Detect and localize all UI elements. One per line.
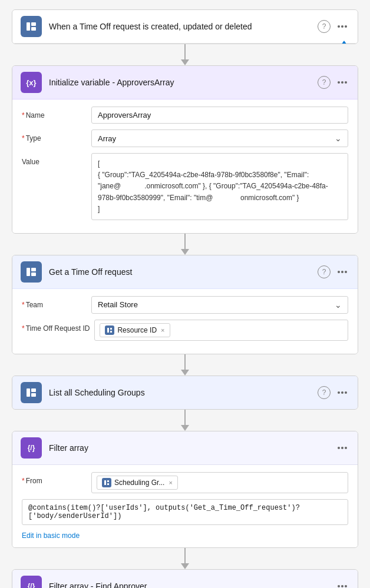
init-var-step: {x} Initialize variable - ApproversArray… — [12, 65, 358, 234]
resource-id-tag: Resource ID × — [100, 323, 170, 337]
filter-array-2-step: {/} Filter array - Find Approver *From — [12, 569, 358, 588]
trigger-actions: ? — [318, 20, 349, 33]
filter1-from-field-row: *From Scheduling Gr... × — [22, 472, 348, 493]
trigger-more-button[interactable] — [335, 23, 349, 30]
list-scheduling-icon — [21, 382, 42, 403]
svg-rect-13 — [107, 480, 109, 482]
svg-rect-3 — [27, 268, 30, 276]
filter-array-1-title: Filter array — [49, 443, 328, 453]
filter-array-2-icon: {/} — [21, 576, 42, 588]
get-timeoff-title: Get a Time Off request — [49, 267, 310, 277]
timeoff-id-field-row: *Time Off Request ID Resource ID × — [22, 320, 348, 341]
water-drop-indicator — [338, 39, 351, 44]
timeoff-id-input[interactable]: Resource ID × — [94, 320, 348, 341]
list-scheduling-title: List all Scheduling Groups — [49, 388, 310, 397]
init-var-title: Initialize variable - ApproversArray — [49, 78, 310, 87]
name-label: *Name — [22, 107, 87, 119]
filter-array-2-title: Filter array - Find Approver — [49, 582, 328, 588]
filter1-from-label: *From — [22, 472, 87, 485]
init-var-actions: ? — [318, 76, 349, 89]
svg-rect-2 — [31, 27, 36, 31]
scheduling-gr-icon — [102, 478, 111, 487]
filter-array-1-more-button[interactable] — [335, 444, 349, 451]
resource-id-label: Resource ID — [117, 326, 157, 334]
svg-rect-9 — [27, 388, 30, 397]
filter1-edit-basic-link[interactable]: Edit in basic mode — [22, 531, 80, 540]
filter-array-2-more-button[interactable] — [335, 583, 349, 588]
trigger-step: When a Time Off request is created, upda… — [12, 9, 358, 44]
connector-4 — [181, 410, 189, 431]
init-var-header: {x} Initialize variable - ApproversArray… — [12, 66, 358, 99]
connector-2 — [181, 234, 189, 255]
init-var-icon: {x} — [21, 72, 42, 93]
svg-rect-1 — [31, 22, 36, 26]
type-field-row: *Type Array ⌄ — [22, 129, 348, 147]
svg-rect-5 — [31, 273, 36, 276]
get-timeoff-help-button[interactable]: ? — [318, 265, 331, 278]
team-chevron-icon: ⌄ — [335, 300, 342, 310]
get-timeoff-icon — [21, 261, 42, 283]
get-timeoff-more-button[interactable] — [335, 268, 349, 275]
list-scheduling-more-button[interactable] — [335, 389, 349, 396]
svg-rect-11 — [31, 393, 36, 397]
svg-rect-12 — [104, 480, 106, 485]
get-timeoff-actions: ? — [318, 265, 349, 278]
filter-array-1-icon: {/} — [21, 437, 42, 459]
trigger-icon — [21, 16, 42, 37]
resource-id-close-button[interactable]: × — [161, 327, 164, 334]
filter-array-1-body: *From Scheduling Gr... × — [12, 465, 358, 547]
connector-5 — [181, 548, 189, 569]
filter-array-2-header: {/} Filter array - Find Approver — [12, 570, 358, 588]
init-var-help-button[interactable]: ? — [318, 76, 331, 89]
filter-array-1-actions — [335, 444, 349, 451]
svg-rect-8 — [110, 331, 112, 333]
get-timeoff-step: Get a Time Off request ? *Team Retai — [12, 255, 358, 354]
scheduling-gr-close-button[interactable]: × — [169, 479, 172, 486]
type-select[interactable]: Array ⌄ — [91, 129, 348, 147]
init-var-body: *Name *Type Array ⌄ Value [ — [12, 99, 358, 233]
scheduling-gr-tag: Scheduling Gr... × — [97, 476, 178, 490]
svg-rect-7 — [110, 328, 112, 330]
svg-rect-6 — [107, 328, 109, 333]
get-timeoff-header: Get a Time Off request ? — [12, 255, 358, 289]
list-scheduling-actions: ? — [318, 386, 349, 399]
filter1-expression[interactable]: @contains(item()?['userIds'], outputs('G… — [22, 499, 348, 525]
svg-rect-14 — [107, 483, 109, 485]
value-textarea[interactable]: [ { "Group":"TAG_4205494a-c2be-48fa-978b… — [91, 153, 348, 220]
get-timeoff-body: *Team Retail Store ⌄ *Time Off Request I… — [12, 289, 358, 354]
connector-3 — [181, 354, 189, 376]
resource-id-icon — [105, 325, 114, 335]
svg-rect-0 — [27, 22, 30, 31]
name-field-row: *Name — [22, 107, 348, 124]
init-var-more-button[interactable] — [335, 79, 349, 86]
value-label: Value — [22, 153, 87, 166]
team-select[interactable]: Retail Store ⌄ — [91, 296, 348, 314]
name-input[interactable] — [91, 107, 348, 124]
type-label: *Type — [22, 129, 87, 142]
trigger-help-button[interactable]: ? — [318, 20, 331, 33]
filter-array-1-header: {/} Filter array — [12, 431, 358, 465]
value-field-row: Value [ { "Group":"TAG_4205494a-c2be-48f… — [22, 153, 348, 220]
team-label: *Team — [22, 296, 87, 309]
filter-array-2-actions — [335, 583, 349, 588]
filter1-from-input[interactable]: Scheduling Gr... × — [91, 472, 348, 493]
flow-canvas: When a Time Off request is created, upda… — [0, 0, 370, 588]
team-field-row: *Team Retail Store ⌄ — [22, 296, 348, 314]
svg-rect-4 — [31, 268, 36, 271]
trigger-title: When a Time Off request is created, upda… — [49, 22, 310, 31]
connector-1 — [181, 44, 189, 65]
type-chevron-icon: ⌄ — [335, 134, 342, 143]
scheduling-gr-label: Scheduling Gr... — [114, 479, 164, 487]
timeoff-id-label: *Time Off Request ID — [22, 320, 90, 333]
filter-array-1-step: {/} Filter array *From — [12, 431, 358, 548]
trigger-header: When a Time Off request is created, upda… — [12, 10, 358, 44]
list-scheduling-step: List all Scheduling Groups ? — [12, 376, 358, 410]
list-scheduling-help-button[interactable]: ? — [318, 386, 331, 399]
svg-rect-10 — [31, 388, 36, 392]
list-scheduling-header: List all Scheduling Groups ? — [12, 376, 358, 409]
